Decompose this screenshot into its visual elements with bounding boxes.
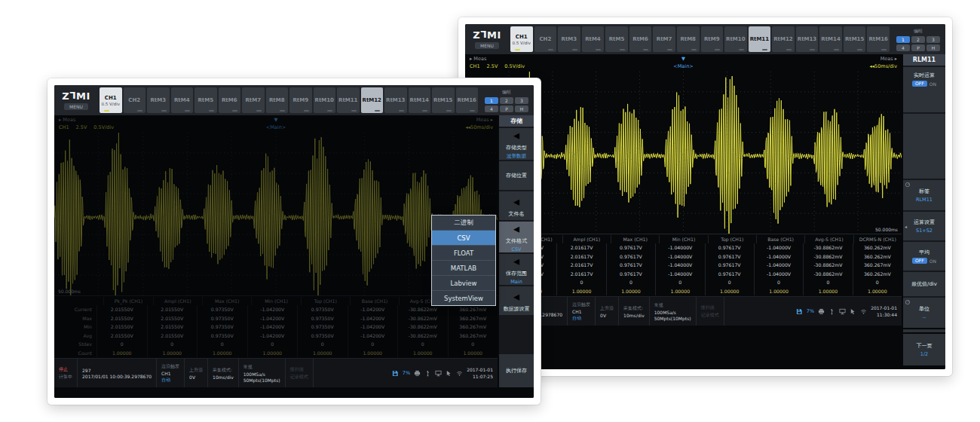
group-button[interactable]: 4: [485, 106, 498, 112]
channel-tab[interactable]: RtM16: [456, 87, 479, 113]
unit-section[interactable]: 单位 --: [903, 298, 945, 328]
cursor-icon[interactable]: [850, 308, 856, 315]
group-button[interactable]: P: [911, 44, 925, 51]
acquire-mode-segment[interactable]: 采集模式: 10ms/div: [619, 297, 650, 326]
wifi-icon[interactable]: [860, 308, 867, 315]
channel-tab[interactable]: RtM6: [219, 87, 241, 113]
wifi-icon[interactable]: [456, 370, 463, 377]
meas-left-toggle[interactable]: ▸ Meas: [470, 56, 486, 63]
channel-tab[interactable]: RtM8: [677, 26, 700, 52]
acquire-mode-segment[interactable]: 采集模式: 10ms/div: [208, 359, 239, 387]
channel-tab[interactable]: RtM16: [867, 26, 890, 52]
best-value-section[interactable]: 最优值/div: [903, 272, 945, 296]
label-section[interactable]: 标签 RLM11: [903, 180, 945, 210]
toggle-off[interactable]: OFF: [912, 81, 927, 87]
storage-menu-item[interactable]: ◂ 数据源设置: [499, 286, 534, 315]
toggle-on[interactable]: ON: [929, 258, 936, 264]
storage-menu-item[interactable]: ◂ 保存范围 Main: [499, 254, 534, 285]
channel-tab[interactable]: RtM7: [242, 87, 265, 113]
group-button[interactable]: 2: [500, 97, 513, 104]
channel-tab[interactable]: RtM15: [432, 87, 455, 113]
trigger-marker-icon[interactable]: ▼: [681, 56, 685, 63]
next-page-button[interactable]: 下一页 1/2: [903, 334, 945, 365]
trigger-edge-segment[interactable]: 上升沿 0V: [185, 359, 208, 387]
channel-tab[interactable]: RtM3: [558, 26, 580, 52]
channel-tab[interactable]: CH1 0.5 V/div: [510, 26, 533, 52]
channel-tab[interactable]: RtM10: [724, 26, 747, 52]
file-format-option[interactable]: 二进制: [432, 216, 495, 231]
usb-icon[interactable]: [828, 308, 835, 315]
channel-tab[interactable]: RtM9: [701, 26, 724, 52]
display-icon[interactable]: [839, 308, 846, 315]
file-format-option[interactable]: Labview: [432, 276, 495, 291]
group-button[interactable]: 1: [896, 36, 910, 43]
printer-icon[interactable]: [414, 370, 421, 377]
channel-tab[interactable]: RtM8: [266, 87, 289, 113]
storage-menu-item[interactable]: 存储位置: [499, 161, 534, 190]
menu-button[interactable]: MENU: [475, 42, 499, 49]
group-button[interactable]: H: [926, 44, 940, 51]
group-button[interactable]: H: [515, 106, 528, 112]
file-format-option[interactable]: SystemView: [432, 291, 495, 305]
channel-tab[interactable]: RtM3: [147, 87, 170, 113]
printer-icon[interactable]: [818, 308, 825, 315]
menu-button[interactable]: MENU: [64, 103, 88, 110]
group-button[interactable]: 1: [485, 97, 498, 104]
toggle-on[interactable]: ON: [929, 81, 936, 87]
group-button[interactable]: P: [500, 106, 513, 112]
menu-item-label: 数据源设置: [504, 305, 530, 313]
channel-tab[interactable]: CH2: [124, 87, 146, 113]
channel-tab[interactable]: RtM10: [314, 87, 336, 113]
channel-tab[interactable]: RtM15: [844, 26, 866, 52]
storage-menu-item[interactable]: ◂ 文件格式 CSV: [499, 222, 534, 252]
channel-tab[interactable]: RtM6: [629, 26, 652, 52]
trigger-segment[interactable]: 边沿触发 CH1 自动: [568, 297, 596, 326]
group-button[interactable]: 4: [896, 44, 910, 51]
storage-menu-item[interactable]: ◂ 文件名: [499, 191, 534, 220]
average-toggle[interactable]: OFF ON: [912, 258, 936, 264]
channel-tab[interactable]: RtM4: [582, 26, 605, 52]
group-button[interactable]: 2: [911, 36, 925, 43]
realtime-math-toggle[interactable]: OFF ON: [912, 81, 936, 87]
trigger-edge-segment[interactable]: 上升沿 0V: [596, 297, 619, 326]
channel-tab[interactable]: RtM9: [289, 87, 312, 113]
toggle-off[interactable]: OFF: [912, 258, 927, 264]
channel-state-dash: [715, 49, 720, 50]
meas-right-toggle[interactable]: Meas ▸: [880, 56, 897, 63]
storage-menu-item[interactable]: ◂ 存储类型 波形数据: [499, 128, 534, 160]
realtime-math-section[interactable]: 实时运算 OFF ON: [903, 67, 945, 112]
channel-tab[interactable]: RtM7: [653, 26, 675, 52]
usb-icon[interactable]: [424, 370, 431, 377]
display-icon[interactable]: [435, 370, 442, 377]
channel-tab[interactable]: RtM4: [171, 87, 194, 113]
sampling-segment[interactable]: 常规 100MSa/s 50Mpts(10Mpts): [239, 359, 286, 387]
channel-tab[interactable]: CH1 0.5 V/div: [100, 87, 122, 113]
group-button[interactable]: 3: [515, 97, 528, 104]
file-format-option[interactable]: CSV: [432, 231, 495, 246]
measurement-value: 360.262mV: [853, 252, 902, 261]
disk-usage-icon[interactable]: [796, 308, 803, 315]
channel-tab[interactable]: RtM12: [772, 26, 795, 52]
channel-tab[interactable]: RtM11: [337, 87, 360, 113]
channel-tab[interactable]: RtM14: [409, 87, 431, 113]
channel-tab[interactable]: CH2: [534, 26, 557, 52]
average-section[interactable]: 平均 OFF ON: [903, 242, 945, 271]
channel-tab[interactable]: RtM5: [605, 26, 628, 52]
file-format-option[interactable]: FLOAT: [432, 246, 495, 261]
cursor-icon[interactable]: [446, 370, 452, 377]
measurement-value: 0.97617V: [705, 243, 754, 252]
channel-tab[interactable]: RtM5: [194, 87, 217, 113]
channel-state-dash: [375, 110, 380, 112]
file-format-option[interactable]: MATLAB: [432, 261, 495, 276]
channel-tab[interactable]: RtM11: [749, 26, 771, 52]
channel-tab[interactable]: RtM14: [819, 26, 842, 52]
execute-save-button[interactable]: 执行保存: [499, 354, 534, 387]
sampling-segment[interactable]: 常规 100MSa/s 50Mpts(10Mpts): [650, 297, 697, 326]
trigger-segment[interactable]: 边沿触发 CH1 自动: [157, 359, 185, 387]
disk-usage-icon[interactable]: [392, 370, 399, 377]
channel-tab[interactable]: RtM12: [361, 87, 384, 113]
group-button[interactable]: 3: [926, 36, 940, 43]
math-settings-section[interactable]: ◂ 运算设置 S1+S2: [903, 212, 945, 240]
channel-tab[interactable]: RtM13: [796, 26, 819, 52]
channel-tab[interactable]: RtM13: [384, 87, 407, 113]
